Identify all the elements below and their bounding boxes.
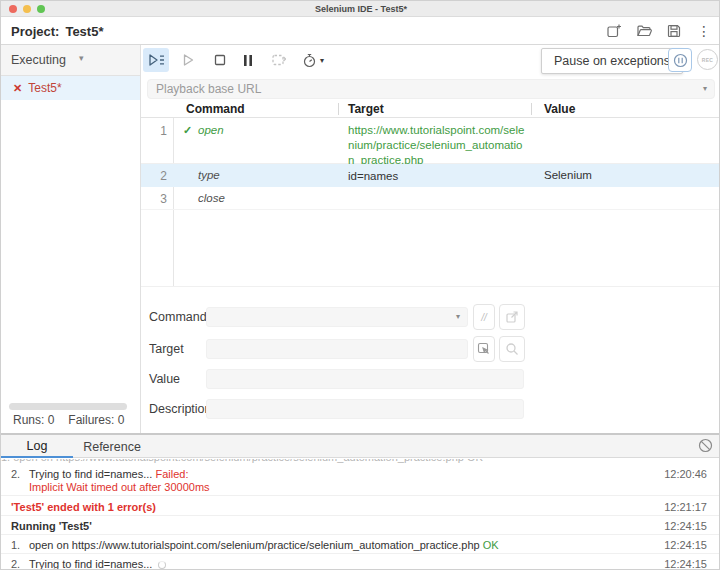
command-cell: close: [198, 192, 225, 204]
record-button[interactable]: REC: [697, 49, 718, 70]
log-entry-text: open on https://www.tutorialspoint.com/s…: [29, 539, 651, 552]
search-icon: [505, 342, 519, 356]
project-label: Project:: [11, 24, 59, 39]
log-divider-line: [1, 534, 720, 535]
passed-check-icon: ✓: [183, 124, 192, 137]
log-divider-line: [1, 515, 720, 516]
command-select-input[interactable]: [214, 308, 460, 326]
selenium-ide-window: Selenium IDE - Test5* Project:Test5*: [0, 0, 720, 570]
description-field[interactable]: [206, 399, 524, 419]
sidebar-view-label: Executing: [11, 53, 66, 67]
log-entry-text: Running 'Test5': [11, 520, 651, 533]
description-field-label: Description: [149, 402, 212, 416]
log-output: 1. open on https://www.tutorialspoint.co…: [1, 459, 720, 570]
tab-log[interactable]: Log: [1, 435, 73, 458]
log-divider-line: [1, 495, 720, 496]
failures-count: Failures: 0: [68, 413, 124, 427]
target-field[interactable]: [206, 339, 468, 359]
command-cell: open: [198, 124, 224, 136]
row-number: 3: [141, 192, 167, 206]
select-target-button[interactable]: [473, 336, 495, 362]
log-timestamp: 12:24:15: [664, 558, 707, 570]
runs-count: Runs: 0: [13, 413, 54, 427]
log-entry-text: Trying to find id=names... Failed: Impli…: [29, 468, 651, 494]
kebab-menu-icon: ⋮: [697, 23, 711, 39]
ok-label: OK: [483, 539, 499, 551]
steps-table-header: Command Target Value: [141, 101, 720, 118]
stop-button[interactable]: [207, 48, 233, 72]
open-project-button[interactable]: [635, 22, 653, 40]
test-name: Test5*: [28, 81, 61, 95]
find-target-button[interactable]: [499, 336, 525, 362]
open-new-window-button[interactable]: [499, 304, 525, 330]
stop-icon: [214, 54, 226, 66]
table-row-close[interactable]: 3 close: [141, 187, 720, 210]
run-current-test-button[interactable]: [175, 48, 201, 72]
playback-base-url-combobox: ▾: [147, 79, 715, 99]
description-input[interactable]: [214, 400, 516, 418]
more-options-button[interactable]: ⋮: [695, 22, 713, 40]
test-speed-button[interactable]: ▾: [297, 48, 329, 72]
playback-base-url-input[interactable]: [156, 80, 686, 98]
log-timestamp: 12:24:15: [664, 539, 707, 551]
clear-log-button[interactable]: [698, 438, 715, 455]
log-timestamp: 12:24:15: [664, 520, 707, 532]
value-cell: Selenium: [544, 169, 592, 181]
project-name: Test5*: [65, 24, 103, 39]
target-input[interactable]: [214, 340, 460, 358]
project-header: Project:Test5*: [1, 17, 720, 45]
playback-toolbar: ▾ Pause on exceptions REC: [141, 45, 720, 77]
row-number: 1: [141, 124, 167, 138]
sidebar-horizontal-scrollbar[interactable]: [9, 403, 127, 410]
value-field[interactable]: [206, 369, 524, 389]
target-field-label: Target: [149, 342, 184, 356]
stopwatch-icon: [302, 53, 317, 68]
pause-icon: [243, 54, 253, 67]
log-entry-text: 'Test5' ended with 1 error(s): [11, 501, 651, 514]
new-project-icon: [606, 23, 622, 39]
external-link-icon: [505, 310, 519, 324]
new-project-button[interactable]: [605, 22, 623, 40]
chevron-down-icon: ▾: [456, 312, 460, 321]
command-field-label: Command: [149, 310, 207, 324]
log-timestamp: 12:20:46: [664, 468, 707, 480]
log-entry-clipped: 1. open on https://www.tutorialspoint.co…: [1, 459, 701, 464]
value-input[interactable]: [214, 370, 516, 388]
pause-on-exceptions-button[interactable]: [668, 48, 692, 72]
toggle-comment-button[interactable]: //: [473, 304, 495, 330]
step-over-icon: [271, 53, 286, 67]
pause-circle-icon: [673, 53, 688, 68]
rec-icon: REC: [702, 57, 713, 63]
window-title: Selenium IDE - Test5*: [1, 4, 720, 14]
column-divider[interactable]: [531, 103, 532, 115]
comment-slashes-icon: //: [481, 312, 487, 323]
table-row-open[interactable]: 1 ✓ open https://www.tutorialspoint.com/…: [141, 118, 720, 164]
command-select[interactable]: ▾: [206, 307, 468, 327]
project-title: Project:Test5*: [11, 24, 103, 39]
failure-detail: Implicit Wait timed out after 30000ms: [29, 481, 210, 493]
tab-reference[interactable]: Reference: [73, 435, 151, 458]
log-divider-line: [1, 553, 720, 554]
test-failed-x-icon: ✕: [13, 82, 22, 95]
column-divider[interactable]: [338, 103, 339, 115]
sidebar-view-dropdown[interactable]: Executing ▾: [1, 45, 140, 76]
titlebar: Selenium IDE - Test5*: [1, 1, 720, 17]
run-all-tests-button[interactable]: [143, 48, 169, 72]
save-project-button[interactable]: [665, 22, 683, 40]
log-entry-number: 1.: [11, 539, 20, 551]
spinner-icon: [158, 561, 166, 569]
chevron-down-icon: ▾: [320, 56, 324, 65]
sidebar-item-test5[interactable]: ✕ Test5*: [1, 76, 140, 100]
pause-button[interactable]: [235, 48, 261, 72]
step-over-button[interactable]: [265, 48, 291, 72]
clear-log-icon: [698, 438, 715, 453]
value-field-label: Value: [149, 372, 180, 386]
log-timestamp: 12:21:17: [664, 501, 707, 513]
run-stats: Runs: 0Failures: 0: [13, 413, 124, 427]
table-row-type[interactable]: 2 type id=names Selenium: [141, 164, 720, 187]
command-cell: type: [198, 169, 220, 181]
pause-on-exceptions-tooltip: Pause on exceptions: [541, 48, 683, 74]
target-cell: id=names: [348, 169, 528, 184]
select-element-icon: [477, 342, 491, 356]
chevron-down-icon: ▾: [79, 53, 84, 63]
